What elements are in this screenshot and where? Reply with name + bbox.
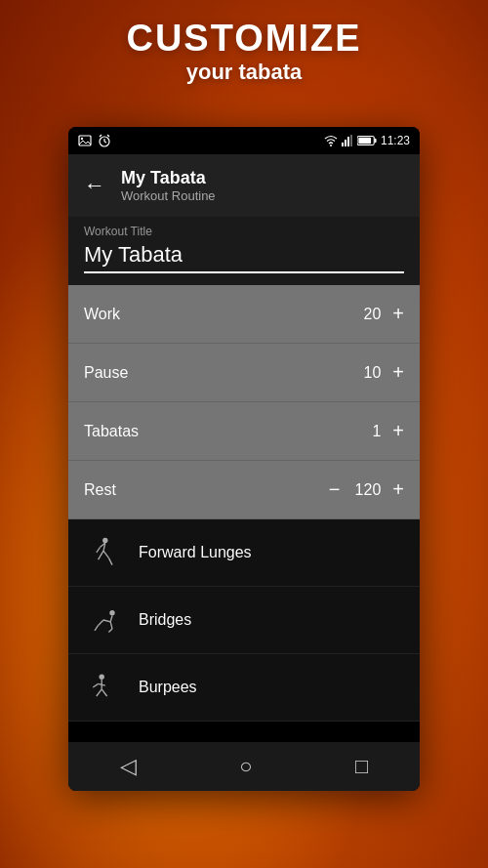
bridges-icon bbox=[84, 600, 123, 640]
exercise-name-lunges: Forward Lunges bbox=[139, 544, 252, 561]
setting-plus-pause[interactable]: + bbox=[392, 361, 404, 384]
svg-line-28 bbox=[108, 629, 112, 633]
setting-label-tabatas: Tabatas bbox=[84, 423, 139, 440]
setting-label-pause: Pause bbox=[84, 364, 128, 382]
svg-line-24 bbox=[103, 620, 110, 622]
app-bar: ← My Tabata Workout Routine bbox=[68, 154, 420, 217]
svg-line-4 bbox=[104, 142, 106, 143]
svg-point-22 bbox=[109, 610, 114, 615]
setting-plus-tabatas[interactable]: + bbox=[392, 420, 404, 442]
svg-line-17 bbox=[99, 551, 103, 559]
promo-header: CUSTOMIZE your tabata bbox=[0, 18, 488, 85]
nav-bar: ◁ ○ □ bbox=[68, 742, 420, 791]
svg-line-32 bbox=[102, 689, 106, 696]
nav-back-button[interactable]: ◁ bbox=[120, 754, 137, 779]
setting-label-work: Work bbox=[84, 306, 120, 323]
svg-line-26 bbox=[110, 622, 112, 629]
svg-line-18 bbox=[103, 551, 108, 558]
setting-controls-work: 20 + bbox=[351, 303, 404, 325]
app-bar-text: My Tabata Workout Routine bbox=[121, 168, 404, 203]
svg-rect-10 bbox=[347, 137, 349, 146]
setting-row-rest: Rest − 120 + bbox=[68, 461, 420, 519]
svg-rect-11 bbox=[350, 135, 352, 146]
app-bar-subtitle: Workout Routine bbox=[121, 188, 404, 203]
lunges-icon bbox=[84, 533, 123, 572]
svg-line-34 bbox=[99, 683, 105, 685]
status-bar: 11:23 bbox=[68, 127, 420, 154]
svg-line-19 bbox=[108, 558, 112, 564]
svg-point-1 bbox=[81, 138, 83, 140]
status-right-icons: 11:23 bbox=[324, 134, 410, 147]
setting-controls-tabatas: 1 + bbox=[351, 420, 404, 442]
setting-minus-rest[interactable]: − bbox=[329, 478, 341, 501]
setting-controls-rest: − 120 + bbox=[329, 478, 404, 501]
svg-rect-9 bbox=[345, 140, 346, 146]
exercise-section: Forward Lunges Bridges bbox=[68, 519, 420, 722]
nav-recent-button[interactable]: □ bbox=[355, 754, 368, 779]
settings-section: Work 20 + Pause 10 + Tabatas 1 + Rest bbox=[68, 285, 420, 519]
svg-point-15 bbox=[102, 538, 107, 543]
battery-icon bbox=[357, 135, 377, 146]
setting-row-pause: Pause 10 + bbox=[68, 344, 420, 402]
promo-subtitle: your tabata bbox=[0, 60, 488, 85]
svg-line-23 bbox=[110, 616, 112, 622]
svg-line-5 bbox=[100, 135, 102, 137]
setting-plus-rest[interactable]: + bbox=[392, 478, 404, 501]
burpees-icon bbox=[84, 668, 123, 707]
svg-line-25 bbox=[99, 620, 103, 625]
alarm-icon bbox=[98, 134, 111, 147]
setting-row-work: Work 20 + bbox=[68, 285, 420, 344]
setting-value-pause: 10 bbox=[351, 364, 381, 382]
exercise-name-bridges: Bridges bbox=[139, 611, 191, 629]
setting-controls-pause: 10 + bbox=[351, 361, 404, 384]
svg-line-31 bbox=[97, 689, 102, 696]
svg-line-33 bbox=[93, 683, 98, 687]
promo-title: CUSTOMIZE bbox=[0, 18, 488, 60]
svg-rect-13 bbox=[375, 139, 377, 144]
status-time: 11:23 bbox=[381, 134, 410, 147]
setting-label-rest: Rest bbox=[84, 481, 116, 499]
workout-title-label: Workout Title bbox=[84, 225, 404, 238]
list-item[interactable]: Forward Lunges bbox=[68, 519, 420, 587]
app-bar-title: My Tabata bbox=[121, 168, 404, 188]
setting-value-tabatas: 1 bbox=[351, 423, 381, 440]
svg-line-21 bbox=[97, 548, 101, 553]
setting-row-tabatas: Tabatas 1 + bbox=[68, 402, 420, 461]
back-button[interactable]: ← bbox=[84, 175, 105, 196]
list-item[interactable]: Burpees bbox=[68, 654, 420, 722]
exercise-name-burpees: Burpees bbox=[139, 679, 197, 696]
svg-point-7 bbox=[330, 145, 332, 146]
status-left-icons bbox=[78, 134, 111, 147]
setting-value-work: 20 bbox=[351, 306, 381, 323]
list-item[interactable]: Bridges bbox=[68, 587, 420, 654]
setting-plus-work[interactable]: + bbox=[392, 303, 404, 325]
workout-title-section: Workout Title bbox=[68, 217, 420, 285]
setting-value-rest: 120 bbox=[351, 481, 381, 499]
nav-home-button[interactable]: ○ bbox=[239, 754, 252, 779]
wifi-icon bbox=[324, 135, 338, 146]
workout-title-input[interactable] bbox=[84, 242, 404, 273]
svg-rect-14 bbox=[358, 138, 371, 144]
svg-point-29 bbox=[100, 675, 104, 680]
image-icon bbox=[78, 135, 92, 146]
phone-shell: 11:23 ← My Tabata Workout Routine Workou… bbox=[68, 127, 420, 791]
signal-icon bbox=[342, 135, 353, 146]
svg-rect-0 bbox=[79, 136, 91, 145]
svg-rect-8 bbox=[342, 143, 344, 146]
svg-line-27 bbox=[95, 625, 99, 630]
svg-line-6 bbox=[107, 135, 109, 137]
